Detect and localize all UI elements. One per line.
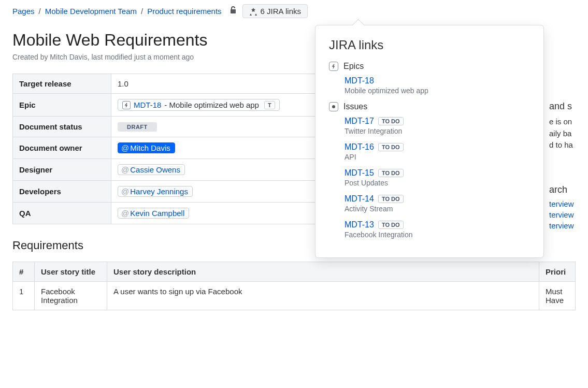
issue-summary: Facebook Integration: [345, 231, 530, 239]
breadcrumb-space[interactable]: Mobile Development Team: [45, 6, 137, 17]
at-icon: @: [121, 165, 129, 174]
right-link[interactable]: terview: [549, 199, 588, 208]
top-bar: Pages / Mobile Development Team / Produc…: [12, 4, 576, 18]
meta-label: Document status: [13, 117, 111, 137]
issue-summary: Activity Stream: [345, 205, 530, 213]
developer-mention[interactable]: @ Harvey Jennings: [118, 186, 193, 197]
issue-status-badge: TO DO: [378, 195, 404, 203]
breadcrumb: Pages / Mobile Development Team / Produc…: [12, 6, 222, 17]
issue-key-link[interactable]: MDT-18: [345, 76, 374, 85]
meta-value: @ Cassie Owens: [111, 159, 323, 181]
epic-summary: - Mobile optimized web app: [164, 100, 259, 109]
list-item: MDT-14 TO DO Activity Stream: [345, 194, 530, 213]
list-item: MDT-17 TO DO Twitter Integration: [345, 117, 530, 135]
epic-icon: [122, 101, 131, 109]
meta-label: Designer: [13, 159, 111, 181]
meta-label: Target release: [13, 74, 111, 94]
epic-key[interactable]: MDT-18: [134, 100, 161, 109]
requirements-table: # User story title User story descriptio…: [12, 262, 576, 310]
meta-value: 1.0: [111, 74, 323, 94]
popover-title: JIRA links: [329, 38, 530, 52]
issue-status-badge: TO DO: [378, 143, 404, 151]
list-item: MDT-15 TO DO Post Updates: [345, 168, 530, 187]
meta-table: Target release 1.0 Epic MDT-18 - Mobile …: [12, 74, 323, 224]
issue-summary: Mobile optimized web app: [345, 87, 530, 95]
popover-epics-header: Epics: [329, 62, 530, 71]
lock-icon[interactable]: [229, 6, 237, 17]
meta-row-status: Document status DRAFT: [13, 117, 323, 137]
meta-row-developers: Developers @ Harvey Jennings: [13, 181, 323, 203]
meta-value: @ Harvey Jennings: [111, 181, 323, 203]
issue-key-link[interactable]: MDT-15: [345, 168, 374, 178]
issue-summary: Twitter Integration: [345, 127, 530, 135]
issue-type-icon: [329, 102, 338, 111]
issue-summary: Post Updates: [345, 179, 530, 187]
issue-status-badge: TO DO: [378, 169, 404, 177]
right-link[interactable]: terview: [549, 221, 588, 230]
meta-value: MDT-18 - Mobile optimized web app T: [111, 94, 323, 117]
meta-label: Document owner: [13, 137, 111, 159]
mention-name: Mitch Davis: [130, 143, 170, 152]
right-research-heading-fragment: arch: [549, 184, 588, 195]
jira-links-button[interactable]: 6 JIRA links: [242, 4, 308, 18]
at-icon: @: [121, 187, 129, 196]
meta-row-owner: Document owner @ Mitch Davis: [13, 137, 323, 159]
table-row: 1 Facebook Integration A user wants to s…: [13, 282, 576, 310]
meta-label: Epic: [13, 94, 111, 117]
designer-mention[interactable]: @ Cassie Owens: [118, 164, 185, 175]
right-link[interactable]: terview: [549, 210, 588, 219]
at-icon: @: [121, 209, 129, 218]
meta-row-designer: Designer @ Cassie Owens: [13, 159, 323, 181]
col-desc: User story description: [107, 262, 539, 282]
issue-key-link[interactable]: MDT-13: [345, 220, 374, 229]
mention-name: Harvey Jennings: [130, 187, 188, 196]
issue-status-badge: TO DO: [378, 117, 404, 125]
list-item: MDT-16 TO DO API: [345, 142, 530, 161]
issue-key-link[interactable]: MDT-14: [345, 194, 374, 204]
popover-issues-list: MDT-17 TO DO Twitter Integration MDT-16 …: [345, 117, 530, 239]
list-item: MDT-18 Mobile optimized web app: [345, 76, 530, 95]
status-badge: DRAFT: [118, 122, 157, 132]
meta-label: QA: [13, 203, 111, 224]
epic-type-icon: [329, 62, 338, 71]
meta-row-epic: Epic MDT-18 - Mobile optimized web app T: [13, 94, 323, 117]
meta-value: @ Mitch Davis: [111, 137, 323, 159]
cell-title: Facebook Integration: [35, 282, 107, 310]
popover-issues-header: Issues: [329, 102, 530, 111]
mention-name: Kevin Campbell: [130, 209, 184, 218]
epic-issue-pill[interactable]: MDT-18 - Mobile optimized web app T: [118, 99, 280, 111]
right-paragraph-fragment: e is on aily ba d to ha: [549, 116, 588, 151]
owner-mention[interactable]: @ Mitch Davis: [118, 142, 175, 153]
mention-name: Cassie Owens: [130, 165, 180, 174]
right-heading-fragment: and s: [549, 101, 588, 112]
epic-status-trailing: T: [264, 101, 275, 109]
meta-value: @ Kevin Campbell: [111, 203, 323, 224]
table-header-row: # User story title User story descriptio…: [13, 262, 576, 282]
cell-priority: Must Have: [539, 282, 576, 310]
cell-num: 1: [13, 282, 35, 310]
breadcrumb-sep: /: [141, 6, 143, 17]
popover-issues-label: Issues: [343, 102, 367, 111]
jira-links-popover: JIRA links Epics MDT-18 Mobile optimized…: [315, 25, 544, 258]
list-item: MDT-13 TO DO Facebook Integration: [345, 220, 530, 239]
right-column-fragment: and s e is on aily ba d to ha arch tervi…: [549, 101, 588, 230]
jira-links-icon: [249, 7, 257, 16]
meta-label: Developers: [13, 181, 111, 203]
breadcrumb-sep: /: [39, 6, 41, 17]
meta-row-target-release: Target release 1.0: [13, 74, 323, 94]
issue-key-link[interactable]: MDT-17: [345, 117, 374, 126]
breadcrumb-pages[interactable]: Pages: [12, 6, 35, 17]
qa-mention[interactable]: @ Kevin Campbell: [118, 208, 189, 219]
at-icon: @: [121, 143, 129, 152]
popover-epics-label: Epics: [343, 62, 364, 71]
meta-value: DRAFT: [111, 117, 323, 137]
popover-issues-section: Issues MDT-17 TO DO Twitter Integration …: [329, 102, 530, 239]
issue-key-link[interactable]: MDT-16: [345, 142, 374, 152]
breadcrumb-parent[interactable]: Product requirements: [147, 6, 221, 17]
col-num: #: [13, 262, 35, 282]
jira-links-label: 6 JIRA links: [261, 7, 301, 16]
col-title: User story title: [35, 262, 107, 282]
popover-epics-list: MDT-18 Mobile optimized web app: [345, 76, 530, 95]
meta-row-qa: QA @ Kevin Campbell: [13, 203, 323, 224]
issue-summary: API: [345, 153, 530, 161]
